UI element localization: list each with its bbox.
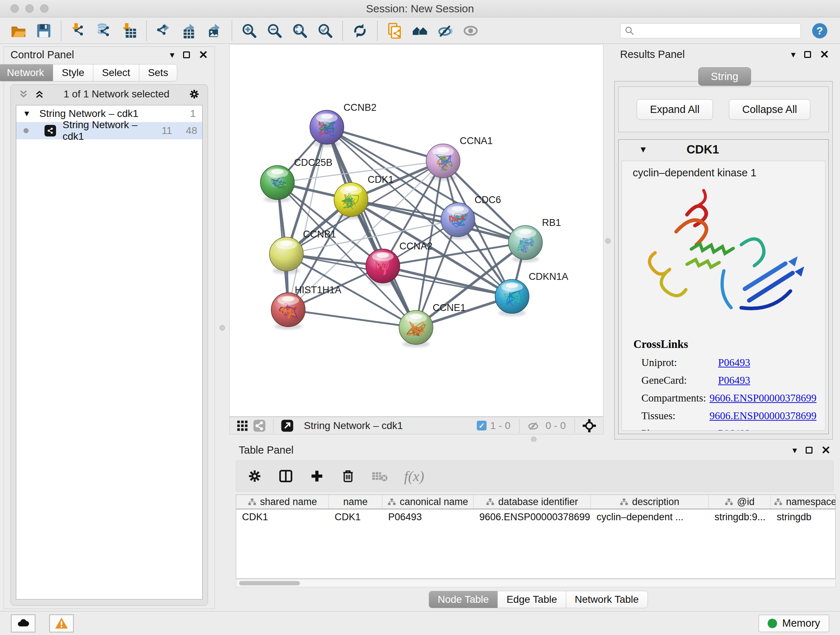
network-node-CCNE1[interactable] [399,310,433,348]
open-in-window-icon[interactable] [281,419,294,432]
save-session-button[interactable] [34,20,54,41]
table-row[interactable]: CDK1CDK1P064939606.ENSP00000378699cyclin… [236,509,835,524]
selected-checkbox[interactable]: ✓ [477,421,486,431]
close-panel-icon[interactable]: ✕ [820,49,829,60]
network-row-selected[interactable]: String Network – cdk1 11 48 [16,122,202,139]
column-header-database-identifier[interactable]: database identifier [474,495,591,509]
right-splitter-handle[interactable] [605,238,611,244]
crosslink-link[interactable]: P06493 [718,374,750,386]
close-panel-icon[interactable]: ✕ [199,49,208,60]
network-node-CDKN1A[interactable] [495,279,529,317]
panel-menu-icon[interactable]: ▾ [791,50,796,59]
hidden-eye-icon[interactable] [527,419,540,432]
network-node-CDC25B[interactable] [261,165,294,203]
node-entry-cdk1: ▼ CDK1 cyclin–dependent kinase 1 [618,139,829,434]
home-button[interactable] [410,20,430,41]
clone-network-button[interactable] [385,20,404,41]
collapse-all-icon[interactable] [18,89,29,100]
network-edge[interactable] [288,127,327,310]
crosslink-link[interactable]: P06493 [718,356,750,369]
memory-button[interactable]: Memory [759,615,829,632]
show-all-button[interactable] [461,20,480,41]
column-header-canonical-name[interactable]: canonical name [382,495,474,509]
table-cell[interactable]: 9606.ENSP00000378699 [474,509,591,524]
left-splitter-handle[interactable] [219,325,225,331]
network-node-RB1[interactable] [508,226,543,263]
import-table-file-button[interactable] [119,20,139,41]
network-node-HIST1H1A[interactable] [271,293,305,330]
horizontal-scrollbar[interactable] [236,579,836,587]
table-cell[interactable]: CDK1 [236,509,329,524]
hide-selected-button[interactable] [436,20,455,41]
crosslink-link[interactable]: 9606.ENSP00000378699 [709,410,816,422]
bottom-splitter-handle[interactable] [531,437,537,442]
tab-network-table[interactable]: Network Table [566,591,648,608]
tab-style[interactable]: Style [53,64,93,81]
entry-expander-icon[interactable]: ▼ [639,144,647,155]
panel-menu-icon[interactable]: ▾ [170,50,174,59]
expand-all-button[interactable]: Expand All [637,99,713,120]
gear-icon[interactable] [188,88,201,100]
collapse-all-button[interactable]: Collapse All [729,99,811,120]
tab-sets[interactable]: Sets [139,64,177,81]
column-header-description[interactable]: description [591,495,709,509]
network-graph[interactable]: CCNB2CCNA1CDC25BCDK1CDC6RB1CCNB1CCNA2CDK… [230,44,603,416]
network-node-CDC6[interactable] [441,203,475,240]
function-icon[interactable]: f(x) [404,468,424,485]
cloud-button[interactable] [11,614,35,632]
crosslink-link[interactable]: 9606.ENSP00000378699 [709,392,816,404]
column-header-@id[interactable]: @id [709,495,771,509]
tab-edge-table[interactable]: Edge Table [498,591,566,608]
tab-node-table[interactable]: Node Table [429,591,498,608]
network-edge[interactable] [288,310,416,328]
table-cell[interactable]: P06493 [382,509,474,524]
float-panel-icon[interactable] [804,51,811,58]
warning-button[interactable] [49,614,74,632]
gear-icon[interactable] [247,469,262,484]
scrollbar-thumb[interactable] [239,581,300,585]
column-header-name[interactable]: name [329,495,382,509]
zoom-in-button[interactable] [240,20,259,41]
open-session-button[interactable] [9,20,28,41]
zoom-fit-button[interactable] [290,20,309,41]
table-cell[interactable]: CDK1 [329,509,382,524]
export-network-button[interactable] [154,20,174,41]
float-panel-icon[interactable] [183,51,190,58]
delete-table-icon[interactable] [371,469,388,484]
network-node-CCNA1[interactable] [426,144,460,181]
float-panel-icon[interactable] [806,447,813,454]
column-type-icon [248,498,256,505]
zoom-selected-button[interactable] [316,20,335,41]
tree-expander-icon[interactable]: ▼ [23,109,31,119]
network-edge[interactable] [327,127,416,328]
export-table-button[interactable] [180,20,199,41]
import-network-file-button[interactable] [69,20,88,41]
search-input[interactable] [620,23,801,38]
delete-icon[interactable] [340,469,355,484]
column-header-shared-name[interactable]: shared name [236,495,329,509]
network-node-CCNB1[interactable] [270,237,303,274]
import-network-database-button[interactable] [94,20,114,41]
share-network-icon[interactable] [253,419,266,432]
refresh-button[interactable] [350,20,370,41]
add-column-icon[interactable] [309,469,325,484]
search-field[interactable] [635,25,797,36]
tab-string[interactable]: String [698,67,751,86]
close-panel-icon[interactable]: ✕ [821,445,831,456]
panel-menu-icon[interactable]: ▾ [792,446,797,455]
expand-all-icon[interactable] [34,89,45,100]
tab-select[interactable]: Select [93,64,139,81]
network-canvas[interactable]: CCNB2CCNA1CDC25BCDK1CDC6RB1CCNB1CCNA2CDK… [229,44,603,417]
crosslink-link[interactable]: P06493 [718,428,750,431]
zoom-out-button[interactable] [265,20,284,41]
export-image-button[interactable] [205,20,224,41]
birdseye-icon[interactable] [582,418,597,433]
table-cell[interactable]: stringdb [771,509,836,524]
tab-network[interactable]: Network [0,64,53,81]
split-columns-icon[interactable] [278,469,294,484]
column-header-namespace[interactable]: namespace [771,495,836,509]
table-cell[interactable]: stringdb:9... [709,509,771,524]
help-button[interactable]: ? [811,22,829,40]
table-cell[interactable]: cyclin–dependent ... [591,509,709,524]
grid-view-icon[interactable] [236,420,248,432]
